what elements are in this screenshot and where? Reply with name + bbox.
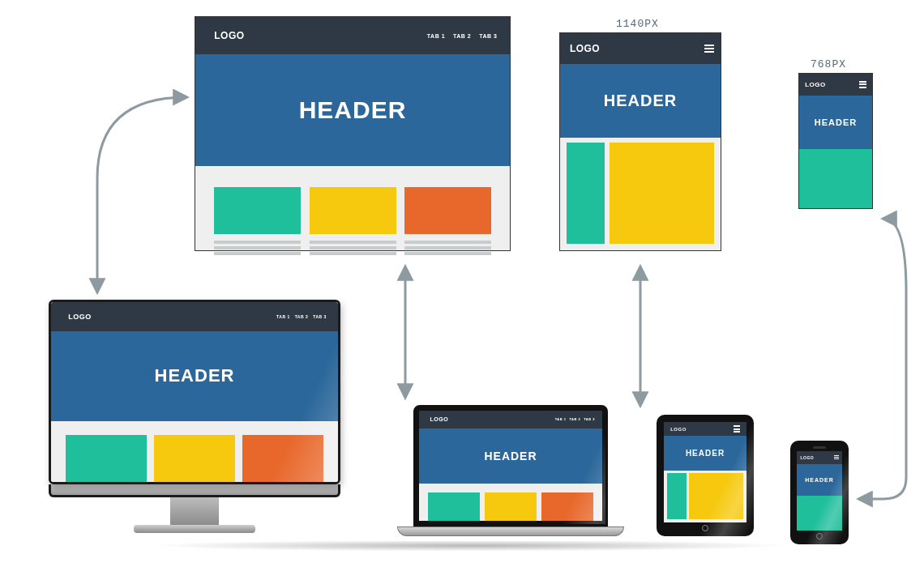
spacer bbox=[51, 421, 338, 436]
topbar: LOGO TAB 1 TAB 2 TAB 3 bbox=[195, 17, 510, 54]
column-green bbox=[214, 187, 301, 234]
content-columns bbox=[664, 471, 746, 522]
hamburger-icon[interactable] bbox=[704, 45, 714, 53]
home-button-icon bbox=[816, 533, 823, 539]
content-columns bbox=[419, 492, 602, 521]
hero: HEADER bbox=[419, 428, 602, 484]
column-green bbox=[567, 143, 605, 245]
tab[interactable]: TAB 2 bbox=[453, 33, 471, 39]
breakpoint-label-phone: 768PX bbox=[811, 58, 846, 70]
tab[interactable]: TAB 1 bbox=[427, 33, 445, 39]
device-laptop: LOGO TAB 1 TAB 2 TAB 3 HEADER bbox=[397, 405, 624, 536]
device-desktop-monitor: LOGO TAB 1 TAB 2 TAB 3 HEADER bbox=[49, 300, 340, 533]
hero-text: HEADER bbox=[815, 117, 857, 127]
tab[interactable]: TAB 1 bbox=[276, 314, 290, 319]
responsive-design-diagram: 1140PX 768PX LOGO TAB 1 TAB 2 TAB 3 HEAD… bbox=[0, 0, 924, 567]
hero-text: HEADER bbox=[604, 92, 677, 110]
column-yellow bbox=[689, 473, 743, 519]
hamburger-icon[interactable] bbox=[834, 455, 839, 459]
topbar: LOGO TAB 1 TAB 2 TAB 3 bbox=[51, 302, 338, 331]
logo-text: LOGO bbox=[805, 81, 826, 88]
logo-text: LOGO bbox=[68, 313, 92, 321]
topbar: LOGO bbox=[799, 74, 872, 96]
device-phone: LOGO HEADER bbox=[790, 441, 849, 544]
column-orange bbox=[404, 187, 491, 234]
logo-text: LOGO bbox=[214, 30, 244, 41]
logo-text: LOGO bbox=[570, 43, 600, 54]
column-green bbox=[66, 435, 147, 482]
nav-tabs: TAB 1 TAB 2 TAB 3 bbox=[276, 314, 327, 319]
column-yellow bbox=[154, 435, 235, 482]
screen-content: LOGO HEADER bbox=[664, 422, 746, 522]
screen-content: LOGO TAB 1 TAB 2 TAB 3 HEADER bbox=[419, 411, 602, 521]
hero-text: HEADER bbox=[686, 449, 725, 458]
tab[interactable]: TAB 2 bbox=[569, 417, 580, 421]
hamburger-icon[interactable] bbox=[734, 425, 740, 433]
tab[interactable]: TAB 1 bbox=[555, 417, 567, 421]
tab[interactable]: TAB 2 bbox=[295, 314, 309, 319]
tab[interactable]: TAB 3 bbox=[313, 314, 327, 319]
speaker-icon bbox=[813, 446, 826, 449]
hero-text: HEADER bbox=[805, 477, 834, 483]
logo-text: LOGO bbox=[800, 455, 814, 460]
column-yellow bbox=[310, 187, 396, 234]
floor-shadow bbox=[32, 541, 908, 552]
screen-content: LOGO HEADER bbox=[797, 451, 842, 531]
hero-text: HEADER bbox=[299, 96, 407, 124]
hero-text: HEADER bbox=[155, 365, 235, 386]
breakpoint-label-tablet: 1140PX bbox=[616, 18, 659, 30]
column-green bbox=[428, 492, 480, 521]
content-columns bbox=[51, 435, 338, 482]
wireframe-phone: LOGO HEADER bbox=[798, 73, 873, 209]
logo-text: LOGO bbox=[430, 416, 449, 422]
topbar: LOGO TAB 1 TAB 2 TAB 3 bbox=[419, 411, 602, 428]
wireframe-desktop: LOGO TAB 1 TAB 2 TAB 3 HEADER bbox=[195, 16, 511, 251]
screen-content: LOGO TAB 1 TAB 2 TAB 3 HEADER bbox=[51, 302, 338, 482]
hamburger-icon[interactable] bbox=[859, 81, 866, 88]
content-columns bbox=[195, 187, 510, 234]
topbar: LOGO bbox=[797, 451, 842, 464]
wireframe-tablet: LOGO HEADER bbox=[559, 32, 721, 251]
spacer bbox=[419, 484, 602, 492]
nav-tabs: TAB 1 TAB 2 TAB 3 bbox=[427, 33, 498, 39]
spacer bbox=[195, 166, 510, 187]
logo-text: LOGO bbox=[670, 427, 687, 432]
topbar: LOGO bbox=[664, 422, 746, 436]
hero-text: HEADER bbox=[484, 450, 537, 463]
hero: HEADER bbox=[195, 54, 510, 166]
hero: HEADER bbox=[664, 436, 746, 470]
tab[interactable]: TAB 3 bbox=[584, 417, 595, 421]
column-yellow bbox=[610, 143, 714, 245]
text-placeholder-rows bbox=[195, 234, 510, 255]
device-tablet: LOGO HEADER bbox=[657, 415, 754, 536]
column-green bbox=[667, 473, 687, 519]
topbar: LOGO bbox=[560, 33, 721, 64]
content-columns bbox=[560, 138, 721, 250]
column-orange bbox=[242, 435, 323, 482]
column-yellow bbox=[485, 492, 537, 521]
home-button-icon bbox=[702, 525, 708, 531]
nav-tabs: TAB 1 TAB 2 TAB 3 bbox=[555, 417, 595, 421]
column-green bbox=[797, 496, 842, 531]
hero: HEADER bbox=[51, 331, 338, 421]
column-orange bbox=[541, 492, 593, 521]
hero: HEADER bbox=[560, 64, 721, 138]
hero: HEADER bbox=[797, 464, 842, 496]
column-green bbox=[799, 149, 872, 208]
tab[interactable]: TAB 3 bbox=[479, 33, 497, 39]
hero: HEADER bbox=[799, 96, 872, 149]
